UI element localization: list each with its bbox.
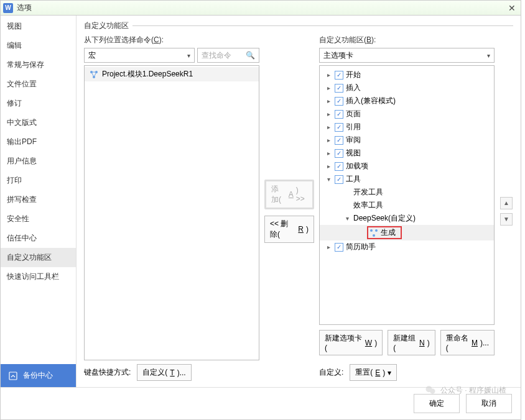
sidebar-item[interactable]: 视图 (1, 17, 76, 36)
chevron-down-icon: ▾ (388, 368, 391, 377)
sidebar-item[interactable]: 安全性 (1, 209, 76, 229)
divider (132, 25, 513, 26)
expand-icon[interactable]: ▸ (325, 71, 332, 79)
sidebar: 视图编辑常规与保存文件位置修订中文版式输出PDF用户信息打印拼写检查安全性信任中… (1, 16, 77, 387)
sidebar-item[interactable]: 打印 (1, 171, 76, 190)
generate-item[interactable]: 生成 (367, 226, 402, 239)
checkbox[interactable]: ✓ (335, 243, 343, 252)
tree-node[interactable]: ▾DeepSeek(自定义) (320, 212, 494, 225)
tree-node[interactable]: ▸✓插入 (320, 81, 494, 94)
select-value: 主选项卡 (323, 50, 353, 61)
ok-button[interactable]: 确定 (414, 394, 460, 413)
checkbox[interactable]: ✓ (335, 162, 343, 171)
custom-label: 自定义: (319, 367, 343, 378)
rename-button[interactable]: 重命名(M)... (440, 330, 495, 355)
tree-node[interactable]: ▸✓审阅 (320, 134, 494, 147)
ribbon-column: 自定义功能区(B): 主选项卡 ▾ ▸✓开始▸✓插入▸✓插入(兼容模式)▸✓页面… (319, 35, 495, 387)
close-button[interactable]: ✕ (506, 2, 518, 14)
expand-icon[interactable]: ▸ (325, 244, 332, 251)
search-input[interactable]: 查找命令 🔍 (197, 48, 259, 63)
checkbox[interactable]: ✓ (335, 84, 343, 93)
checkbox[interactable]: ✓ (335, 175, 343, 184)
cancel-button[interactable]: 取消 (466, 394, 512, 413)
sidebar-item[interactable]: 自定义功能区 (1, 248, 76, 267)
checkbox[interactable]: ✓ (335, 97, 343, 106)
expand-icon[interactable]: ▸ (325, 111, 332, 118)
svg-rect-0 (9, 372, 17, 380)
sidebar-item[interactable]: 编辑 (1, 36, 76, 55)
sidebar-item[interactable]: 拼写检查 (1, 190, 76, 209)
tree-node[interactable]: ▸✓视图 (320, 147, 494, 160)
reorder-arrows: ▲ ▼ (499, 35, 513, 387)
macro-icon (90, 70, 98, 79)
chevron-down-icon: ▾ (487, 52, 490, 59)
customize-shortcuts-button[interactable]: 自定义(T)... (137, 364, 191, 381)
expand-icon[interactable]: ▸ (325, 163, 332, 170)
expand-icon[interactable]: ▸ (325, 84, 332, 92)
checkbox[interactable]: ✓ (335, 123, 343, 132)
section-label: 自定义功能区 (84, 21, 129, 31)
commands-listbox[interactable]: Project.模块1.DeepSeekR1 (84, 65, 259, 360)
tree-node[interactable]: ▸✓插入(兼容模式) (320, 94, 494, 107)
sidebar-item[interactable]: 输出PDF (1, 132, 76, 152)
new-tab-button[interactable]: 新建选项卡(W) (319, 330, 383, 355)
backup-label: 备份中心 (23, 370, 53, 381)
tree-label: 视图 (346, 148, 361, 158)
expand-icon[interactable]: ▸ (325, 124, 332, 131)
tree-node[interactable]: ▸✓加载项 (320, 160, 494, 173)
ribbon-tree[interactable]: ▸✓开始▸✓插入▸✓插入(兼容模式)▸✓页面▸✓引用▸✓审阅▸✓视图▸✓加载项▾… (319, 65, 495, 325)
customize-ribbon-label: 自定义功能区(B): (319, 35, 495, 45)
expand-icon[interactable]: ▸ (325, 137, 332, 144)
command-item[interactable]: Project.模块1.DeepSeekR1 (85, 67, 259, 81)
tree-node[interactable]: 效率工具 (320, 199, 494, 212)
tree-node[interactable]: 生成 (320, 225, 494, 240)
add-button[interactable]: 添加(A) >> (264, 180, 314, 209)
choose-commands-label: 从下列位置选择命令(C): (84, 35, 259, 45)
sidebar-item[interactable]: 常规与保存 (1, 55, 76, 75)
checkbox[interactable]: ✓ (335, 71, 343, 80)
checkbox[interactable]: ✓ (335, 149, 343, 158)
titlebar: W 选项 ✕ (1, 1, 521, 16)
tree-node[interactable]: ▸✓开始 (320, 68, 494, 81)
tree-label: 简历助手 (346, 242, 376, 252)
move-down-button[interactable]: ▼ (500, 213, 513, 226)
sidebar-item[interactable]: 信任中心 (1, 229, 76, 248)
reset-button[interactable]: 重置(E) ▾ (350, 364, 397, 381)
dialog-footer: 确定 取消 (1, 387, 521, 419)
chevron-down-icon: ▾ (187, 52, 190, 59)
command-label: Project.模块1.DeepSeekR1 (102, 69, 193, 80)
expand-icon[interactable]: ▸ (325, 150, 332, 157)
sidebar-item[interactable]: 文件位置 (1, 75, 76, 94)
keyboard-shortcut-row: 键盘快捷方式: 自定义(T)... (84, 360, 259, 387)
tree-label: 开发工具 (353, 187, 383, 198)
tree-node[interactable]: ▸✓引用 (320, 121, 494, 134)
ribbon-target-select[interactable]: 主选项卡 ▾ (319, 48, 495, 63)
checkbox[interactable]: ✓ (335, 136, 343, 145)
tree-node[interactable]: ▸✓页面 (320, 107, 494, 121)
tree-label: 加载项 (346, 161, 368, 171)
svg-point-5 (375, 229, 378, 232)
checkbox[interactable]: ✓ (335, 110, 343, 119)
ribbon-buttons-row: 新建选项卡(W) 新建组(N) 重命名(M)... (319, 330, 495, 355)
expand-icon[interactable]: ▾ (325, 176, 332, 183)
sidebar-item[interactable]: 快速访问工具栏 (1, 267, 76, 286)
backup-center-button[interactable]: 备份中心 (1, 364, 76, 387)
sidebar-item[interactable]: 用户信息 (1, 152, 76, 171)
commands-source-select[interactable]: 宏 ▾ (84, 48, 195, 63)
tree-node[interactable]: ▾✓工具 (320, 173, 494, 186)
tree-node[interactable]: 开发工具 (320, 186, 494, 199)
sidebar-item[interactable]: 修订 (1, 94, 76, 113)
transfer-buttons: 添加(A) >> << 删除(R) (264, 35, 314, 387)
sidebar-item[interactable]: 中文版式 (1, 113, 76, 132)
search-placeholder: 查找命令 (202, 50, 243, 61)
tree-node[interactable]: ▸✓简历助手 (320, 240, 494, 253)
move-up-button[interactable]: ▲ (500, 197, 513, 209)
expand-icon[interactable]: ▸ (325, 98, 332, 105)
expand-icon (343, 189, 351, 196)
section-header: 自定义功能区 (84, 21, 513, 31)
new-group-button[interactable]: 新建组(N) (388, 330, 435, 355)
macro-icon (369, 229, 378, 237)
tree-label: 审阅 (346, 135, 361, 145)
expand-icon[interactable]: ▾ (343, 215, 351, 222)
remove-button[interactable]: << 删除(R) (264, 216, 314, 243)
